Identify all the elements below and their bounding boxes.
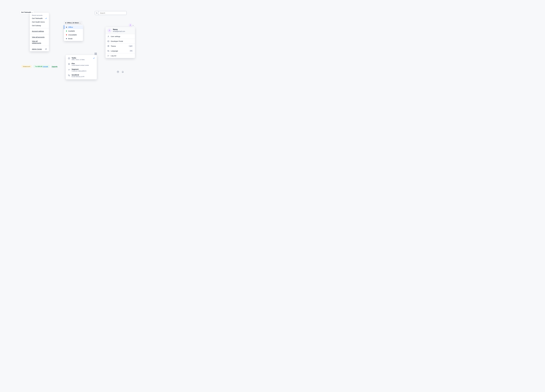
upgrade-link[interactable]: Upgrade — [51, 66, 58, 68]
svg-point-14 — [68, 58, 70, 59]
trial-amount: $15.22 — [38, 66, 42, 67]
product-item-sendgrid[interactable]: SendGrid Email delivery & API — [66, 73, 97, 78]
svg-rect-6 — [108, 45, 109, 47]
language-icon — [107, 50, 109, 52]
account-switcher-menu: Recent accounts Owl Telehealth Owl Healt… — [30, 13, 49, 51]
avatar — [107, 29, 111, 32]
trial-prefix: Trial: — [35, 66, 38, 67]
product-switcher-menu: Twilio SMS, Voice, & Video Flex Cloud-ba… — [66, 55, 97, 79]
trial-badge: Trial: $15.22 Upgrade — [34, 65, 49, 68]
svg-rect-9 — [108, 51, 109, 52]
search-icon — [95, 11, 99, 15]
svg-point-17 — [68, 59, 69, 59]
notifications-icon[interactable] — [122, 71, 124, 73]
view-all-accounts-link[interactable]: View all accounts — [30, 35, 49, 39]
svg-rect-22 — [69, 75, 70, 76]
product-desc: Cloud-based contact center — [72, 65, 89, 66]
avatar — [129, 24, 132, 27]
status-dot-offline-icon — [65, 22, 66, 23]
language-value-tag: EN — [129, 50, 133, 52]
status-dot-offline-icon — [66, 27, 67, 28]
help-icon[interactable] — [117, 71, 119, 73]
user-menu-header: Name email@email.com — [105, 27, 135, 34]
account-settings-link[interactable]: Account settings — [30, 29, 49, 33]
product-title: Flex — [72, 63, 89, 65]
logout-label: Log out — [111, 55, 116, 57]
svg-rect-10 — [95, 53, 95, 54]
svg-point-0 — [96, 12, 97, 13]
developer-portal-label: Developer Portal — [111, 40, 123, 42]
user-menu-button[interactable] — [129, 24, 134, 27]
account-item-label: Owl Health Demo — [32, 21, 45, 23]
recent-accounts-label: Recent accounts — [30, 13, 49, 17]
svg-rect-12 — [95, 54, 95, 55]
status-option-offline[interactable]: Offline — [64, 25, 83, 29]
check-icon — [93, 58, 95, 59]
status-dot-available-icon — [66, 30, 67, 31]
check-icon — [45, 18, 47, 19]
status-option-unavailable[interactable]: Unavailable — [64, 33, 83, 37]
external-link-icon — [45, 48, 47, 50]
flex-icon — [68, 63, 70, 65]
search-field[interactable] — [95, 11, 127, 15]
theme-label: Theme — [111, 45, 116, 47]
user-settings-item[interactable]: User settings — [105, 34, 135, 39]
status-option-label: Unavailable — [68, 34, 77, 36]
logout-item[interactable]: Log out — [105, 53, 135, 58]
admin-center-link[interactable]: Admin Center — [30, 47, 49, 51]
view-all-subaccounts-link[interactable]: View all subaccounts — [30, 39, 49, 45]
subaccount-badge: Subaccount — [22, 65, 31, 68]
chevron-down-icon — [133, 25, 134, 25]
status-option-break[interactable]: Break — [64, 37, 83, 41]
account-item-label: Owl Subway — [32, 25, 41, 26]
svg-point-1 — [130, 24, 131, 25]
product-switcher-button[interactable] — [95, 53, 97, 55]
logout-icon — [107, 55, 109, 57]
svg-point-20 — [68, 70, 68, 70]
language-item[interactable]: Language EN — [105, 48, 135, 53]
product-title: Segment — [72, 68, 87, 70]
user-icon — [107, 36, 109, 37]
svg-rect-11 — [96, 53, 97, 54]
svg-point-7 — [109, 46, 109, 46]
user-email-label: email@email.com — [113, 30, 125, 32]
product-desc: Email delivery & API — [72, 76, 84, 78]
code-icon — [107, 41, 109, 42]
status-dot-break-icon — [66, 38, 67, 39]
product-title: SendGrid — [72, 74, 84, 76]
status-button[interactable]: Offline | 3h 50min — [64, 21, 82, 24]
svg-rect-21 — [68, 75, 69, 75]
segment-icon — [68, 69, 70, 71]
sendgrid-icon — [68, 74, 70, 76]
svg-point-18 — [69, 59, 69, 59]
account-switcher-label: Owl Telehealth — [21, 12, 31, 13]
product-title: Twilio — [72, 57, 85, 59]
trial-upgrade-link[interactable]: Upgrade — [43, 66, 48, 67]
status-button-label: Offline | 3h 50min — [67, 22, 79, 24]
theme-item[interactable]: Theme Light — [105, 44, 135, 48]
status-menu: Offline Available Unavailable Break — [64, 25, 83, 41]
chevron-down-icon — [80, 23, 81, 23]
user-name-label: Name — [113, 29, 125, 30]
product-desc: Customer data platform — [72, 70, 87, 72]
status-option-label: Offline — [68, 26, 73, 28]
account-item-label: Owl Telehealth — [32, 18, 43, 19]
svg-rect-13 — [96, 54, 97, 55]
svg-point-24 — [118, 72, 118, 72]
account-item-owl-subway[interactable]: Owl Subway — [30, 24, 49, 27]
user-menu: Name email@email.com User settings Devel… — [105, 27, 135, 58]
product-item-segment[interactable]: Segment Customer data platform — [66, 67, 97, 73]
developer-portal-item[interactable]: Developer Portal — [105, 39, 135, 44]
account-item-owl-health-demo[interactable]: Owl Health Demo — [30, 20, 49, 24]
divider — [30, 28, 49, 28]
chevron-down-icon — [32, 12, 33, 13]
product-desc: SMS, Voice, & Video — [72, 59, 85, 60]
status-dot-unavailable-icon — [66, 34, 67, 35]
search-input[interactable] — [99, 11, 127, 15]
account-item-owl-telehealth[interactable]: Owl Telehealth — [30, 17, 49, 20]
twilio-icon — [68, 57, 70, 59]
status-option-available[interactable]: Available — [64, 29, 83, 33]
product-item-flex[interactable]: Flex Cloud-based contact center — [66, 61, 97, 67]
product-item-twilio[interactable]: Twilio SMS, Voice, & Video — [66, 56, 97, 61]
svg-point-2 — [109, 30, 110, 30]
